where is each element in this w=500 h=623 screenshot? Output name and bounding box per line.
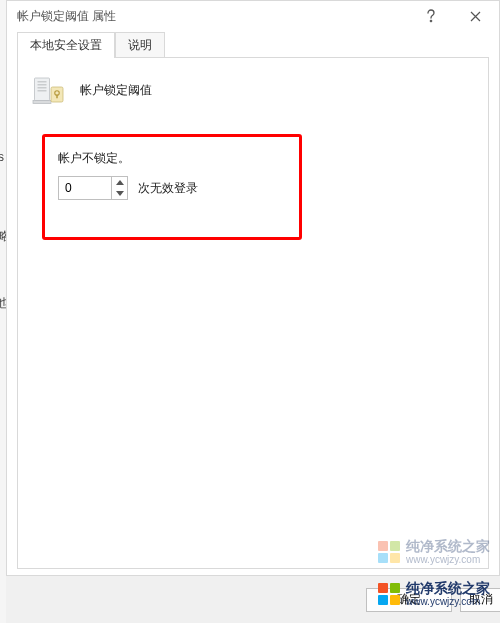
threshold-control: 次无效登录 xyxy=(58,176,198,200)
watermark: 纯净系统之家 www.ycwjzy.com xyxy=(378,535,490,569)
svg-rect-6 xyxy=(33,101,51,104)
chevron-down-icon xyxy=(116,191,124,196)
watermark-url: www.ycwjzy.com xyxy=(406,596,490,607)
spinner-buttons xyxy=(111,177,127,199)
svg-rect-9 xyxy=(56,95,58,99)
watermark-name: 纯净系统之家 xyxy=(406,539,490,554)
tab-description[interactable]: 说明 xyxy=(115,32,165,58)
threshold-input[interactable] xyxy=(59,177,111,199)
windows-logo-icon xyxy=(378,583,400,605)
threshold-unit-label: 次无效登录 xyxy=(138,180,198,197)
svg-point-0 xyxy=(430,20,432,22)
policy-heading-text: 帐户锁定阈值 xyxy=(80,82,152,99)
svg-rect-2 xyxy=(38,81,47,83)
spinner-up[interactable] xyxy=(112,177,127,188)
svg-rect-5 xyxy=(38,90,47,92)
svg-rect-3 xyxy=(38,84,47,86)
spinner-down[interactable] xyxy=(112,188,127,199)
policy-heading: 帐户锁定阈值 xyxy=(18,58,488,112)
policy-icon xyxy=(30,72,66,108)
bg-hint: s xyxy=(0,150,4,164)
watermark: 纯净系统之家 www.ycwjzy.com xyxy=(378,577,490,611)
tab-pane: 帐户锁定阈值 帐户不锁定。 次无效登录 xyxy=(17,57,489,569)
titlebar: 帐户锁定阈值 属性 xyxy=(7,1,499,31)
help-icon xyxy=(425,9,437,23)
dialog-window: 帐户锁定阈值 属性 本地安全设置 说明 xyxy=(6,0,500,610)
tab-bar: 本地安全设置 说明 xyxy=(7,31,499,57)
threshold-spinner xyxy=(58,176,128,200)
watermark-url: www.ycwjzy.com xyxy=(406,554,490,565)
help-button[interactable] xyxy=(409,2,453,30)
watermark-name: 纯净系统之家 xyxy=(406,581,490,596)
window-title: 帐户锁定阈值 属性 xyxy=(17,8,409,25)
chevron-up-icon xyxy=(116,180,124,185)
close-button[interactable] xyxy=(453,2,497,30)
windows-logo-icon xyxy=(378,541,400,563)
tab-local-security[interactable]: 本地安全设置 xyxy=(17,32,115,58)
close-icon xyxy=(470,11,481,22)
policy-status-label: 帐户不锁定。 xyxy=(58,150,130,167)
svg-rect-4 xyxy=(38,87,47,89)
